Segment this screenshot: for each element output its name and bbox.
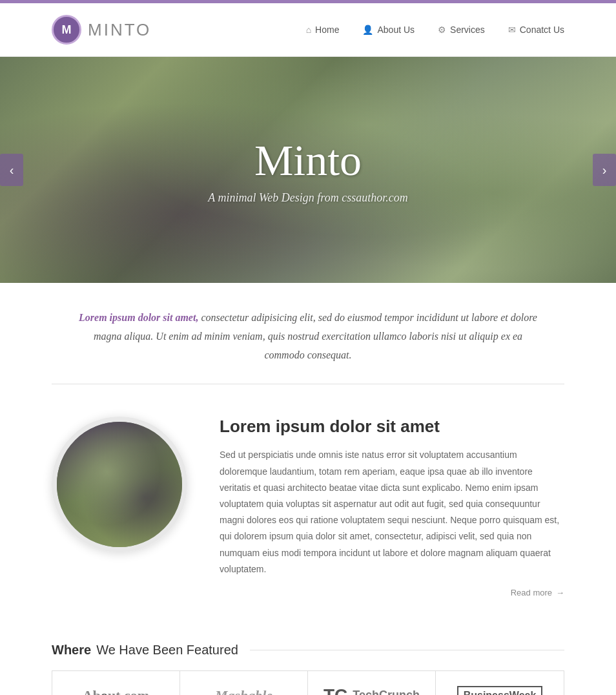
main-content: Lorem ipsum dolor sit amet, consectetur … xyxy=(0,283,616,695)
hero-content: Minto A minimal Web Design from cssautho… xyxy=(208,135,407,205)
slider-next-button[interactable]: › xyxy=(593,154,616,186)
read-more-label: Read more xyxy=(511,588,552,597)
hero-slider: ‹ Minto A minimal Web Design from cssaut… xyxy=(0,57,616,283)
intro-highlight: Lorem ipsum dolor sit amet, xyxy=(79,312,198,323)
slider-prev-button[interactable]: ‹ xyxy=(0,154,23,186)
nav-services[interactable]: ⚙ Services xyxy=(438,25,485,35)
featured-title-bold: Where xyxy=(52,643,91,658)
main-nav: ⌂ Home 👤 About Us ⚙ Services ✉ Conatct U… xyxy=(151,25,564,35)
gear-icon: ⚙ xyxy=(438,25,446,35)
logo-businessweek: BusinessWeek xyxy=(436,671,564,695)
logo-techcrunch: TC TechCrunch xyxy=(308,671,436,695)
featured-section-title: Where We Have Been Featured xyxy=(52,643,564,658)
about-logo-text: About.com xyxy=(83,687,149,695)
hero-title: Minto xyxy=(208,135,407,186)
businessweek-logo-text: BusinessWeek xyxy=(457,686,543,695)
techcrunch-logo-text: TC TechCrunch xyxy=(323,685,420,695)
feature-body: Sed ut perspiciatis unde omnis iste natu… xyxy=(220,447,564,577)
logo-area: M MINTO xyxy=(52,15,151,45)
feature-circular-image xyxy=(52,417,187,552)
mashable-logo-text: Mashable xyxy=(215,687,272,695)
techcrunch-label: TechCrunch xyxy=(353,689,420,695)
user-icon: 👤 xyxy=(362,25,373,35)
featured-section: Where We Have Been Featured About.com Ma… xyxy=(52,623,564,695)
logo-icon: M xyxy=(52,15,81,45)
read-more-link[interactable]: Read more → xyxy=(220,588,564,597)
logo-text: MINTO xyxy=(88,20,151,40)
read-more-arrow-icon: → xyxy=(556,588,564,597)
nav-contact[interactable]: ✉ Conatct Us xyxy=(508,25,564,35)
featured-title-rest: We Have Been Featured xyxy=(96,643,238,658)
site-header: M MINTO ⌂ Home 👤 About Us ⚙ Services ✉ C… xyxy=(0,3,616,57)
logo-about: About.com xyxy=(52,671,180,695)
feature-content: Lorem ipsum dolor sit amet Sed ut perspi… xyxy=(220,417,564,597)
nav-home[interactable]: ⌂ Home xyxy=(306,25,340,35)
intro-section: Lorem ipsum dolor sit amet, consectetur … xyxy=(52,283,564,384)
featured-logos-grid: About.com Mashable TC TechCrunch Busines… xyxy=(52,670,564,695)
hero-subtitle: A minimal Web Design from cssauthor.com xyxy=(208,191,407,205)
nav-about[interactable]: 👤 About Us xyxy=(362,25,415,35)
home-icon: ⌂ xyxy=(306,25,311,35)
feature-section: Lorem ipsum dolor sit amet Sed ut perspi… xyxy=(52,384,564,623)
logo-mashable: Mashable xyxy=(180,671,308,695)
feature-image-inner xyxy=(57,422,182,547)
intro-text: Lorem ipsum dolor sit amet, consectetur … xyxy=(76,309,540,364)
feature-title: Lorem ipsum dolor sit amet xyxy=(220,417,564,437)
envelope-icon: ✉ xyxy=(508,25,516,35)
featured-title-divider xyxy=(250,650,564,650)
feature-image-container xyxy=(52,417,194,552)
tc-icon: TC xyxy=(323,685,347,695)
